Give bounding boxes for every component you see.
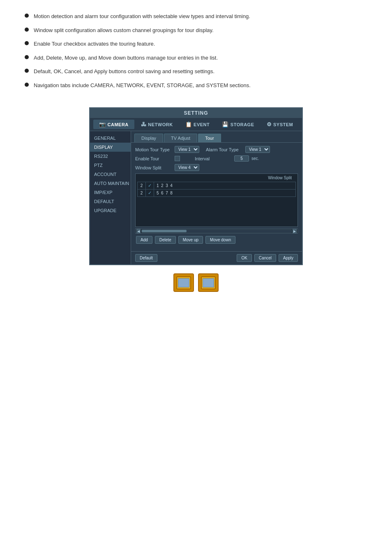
row-channels-2: 5 6 7 8 [154,190,296,197]
bullet-dot-4 [25,55,29,59]
motion-tour-type-select[interactable]: View 1 View 4 View 8 [175,146,199,153]
screen-icon-2 [203,278,214,287]
ok-button[interactable]: OK [237,254,251,262]
row-check-1[interactable]: ✓ [146,182,154,190]
sidebar-item-upgrade[interactable]: UPGRADE [90,206,131,215]
window-split-table: 2 ✓ 1 2 3 4 2 ✓ 5 6 7 8 [137,182,296,197]
interval-unit: sec. [251,156,259,161]
nav-tab-camera[interactable]: 📷 CAMERA [93,120,134,129]
action-buttons: Add Delete Move up Move down [135,236,298,244]
icon-box-1 [173,273,194,292]
bullet-dot-2 [25,28,29,32]
scrollbar-area: ◀ ▶ [135,229,298,234]
nav-tab-system-label: SYSTEM [273,122,293,127]
icon-box-inner-1 [176,276,191,289]
bullet-item-3: Enable Tour checkbox activates the touri… [25,40,367,48]
nav-tab-event-label: EVENT [194,122,210,127]
system-nav-icon: ⚙ [267,121,272,127]
row-check-2[interactable]: ✓ [146,190,154,197]
enable-interval-row: Enable Tour Interval sec. [135,155,298,162]
bullets-section: Motion detection and alarm tour configur… [0,0,392,99]
sidebar-item-imp-exp[interactable]: IMP/EXP [90,188,131,197]
sidebar-item-default[interactable]: DEFAULT [90,197,131,206]
enable-tour-checkbox[interactable] [175,156,180,161]
window-split-row: Window Split View 4 View 1 View 8 [135,164,298,171]
icons-below [0,273,392,292]
screen-icon-1 [178,278,189,287]
dialog-body: GENERAL DISPLAY RS232 PTZ ACCOUNT AUTO M… [90,131,302,264]
scroll-thumb [142,230,187,232]
sidebar-item-display[interactable]: DISPLAY [90,143,131,152]
row-num-1: 2 [138,182,146,190]
bullet-item-6: Navigation tabs include CAMERA, NETWORK,… [25,81,367,90]
dialog-title: SETTING [184,110,208,116]
scroll-left-button[interactable]: ◀ [136,229,141,233]
sidebar: GENERAL DISPLAY RS232 PTZ ACCOUNT AUTO M… [90,131,131,264]
interval-label: Interval [195,156,232,161]
alarm-tour-type-label: Alarm Tour Type [206,147,243,152]
row-channels-1: 1 2 3 4 [154,182,296,190]
bullet-text-6: Navigation tabs include CAMERA, NETWORK,… [34,81,251,90]
ws-area-label [137,176,140,180]
sidebar-item-ptz[interactable]: PTZ [90,161,131,170]
nav-tab-storage[interactable]: 💾 STORAGE [216,120,260,129]
nav-tab-network-label: NETWORK [148,122,173,127]
delete-button[interactable]: Delete [155,236,176,244]
content-area: Motion Tour Type View 1 View 4 View 8 Al… [131,143,302,250]
bullet-text-2: Window split configuration allows custom… [34,26,214,35]
nav-tab-storage-label: STORAGE [231,122,254,127]
sidebar-item-account[interactable]: ACCOUNT [90,170,131,179]
enable-tour-label: Enable Tour [135,156,172,161]
storage-nav-icon: 💾 [222,121,229,127]
bullet-dot-3 [25,41,29,45]
network-nav-icon: 🖧 [141,121,147,127]
nav-tab-camera-label: CAMERA [108,122,129,127]
interval-input[interactable] [234,155,249,162]
alarm-tour-type-select[interactable]: View 1 View 4 View 8 [245,146,270,153]
bullet-item-2: Window split configuration allows custom… [25,26,367,35]
row-num-2: 2 [138,190,146,197]
bullet-item-1: Motion detection and alarm tour configur… [25,12,367,21]
bullet-item-5: Default, OK, Cancel, and Apply buttons c… [25,67,367,76]
window-split-select[interactable]: View 4 View 1 View 8 [175,164,199,171]
bullet-dot-1 [25,14,29,18]
sub-tab-tour[interactable]: Tour [198,134,221,142]
nav-tab-network[interactable]: 🖧 NETWORK [135,120,179,129]
sidebar-item-auto-maintain[interactable]: AUTO MAINTAIN [90,179,131,188]
camera-nav-icon: 📷 [99,121,106,127]
bullet-dot-5 [25,69,29,73]
motion-alarm-row: Motion Tour Type View 1 View 4 View 8 Al… [135,146,298,153]
bullet-text-3: Enable Tour checkbox activates the touri… [34,40,155,48]
sub-tabs: Display TV Adjust Tour [131,131,302,143]
sub-tab-display[interactable]: Display [134,134,163,142]
nav-tab-event[interactable]: 📋 EVENT [180,120,216,129]
scroll-track[interactable] [141,229,292,233]
table-row: 2 ✓ 1 2 3 4 [138,182,296,190]
apply-button[interactable]: Apply [279,254,298,262]
bottom-right-buttons: OK Cancel Apply [237,254,298,262]
ws-header-row: Window Split [137,176,296,180]
bullet-text-1: Motion detection and alarm tour configur… [34,12,250,21]
dialog-wrapper: SETTING 📷 CAMERA 🖧 NETWORK 📋 EVENT 💾 STO… [0,107,392,265]
window-split-title: Window Split [268,176,292,180]
move-up-button[interactable]: Move up [178,236,203,244]
add-button[interactable]: Add [136,236,152,244]
bullet-text-5: Default, OK, Cancel, and Apply buttons c… [34,67,214,76]
nav-tab-system[interactable]: ⚙ SYSTEM [261,120,299,129]
sidebar-item-rs232[interactable]: RS232 [90,152,131,161]
window-split-label: Window Split [135,165,172,170]
bullet-item-4: Add, Delete, Move up, and Move down butt… [25,54,367,62]
main-content: Display TV Adjust Tour Motion Tour Type [131,131,302,264]
sidebar-item-general[interactable]: GENERAL [90,134,131,143]
move-down-button[interactable]: Move down [205,236,235,244]
dialog-nav: 📷 CAMERA 🖧 NETWORK 📋 EVENT 💾 STORAGE ⚙ S… [90,118,302,131]
window-split-area: Window Split 2 ✓ 1 2 3 4 2 [135,173,298,227]
icon-box-2 [198,273,219,292]
table-row: 2 ✓ 5 6 7 8 [138,190,296,197]
scroll-right-button[interactable]: ▶ [293,229,297,233]
sub-tab-tv-adjust[interactable]: TV Adjust [164,134,197,142]
default-button[interactable]: Default [135,254,157,262]
cancel-button[interactable]: Cancel [254,254,276,262]
bullet-text-4: Add, Delete, Move up, and Move down butt… [34,54,218,62]
bottom-buttons: Default OK Cancel Apply [131,251,302,264]
